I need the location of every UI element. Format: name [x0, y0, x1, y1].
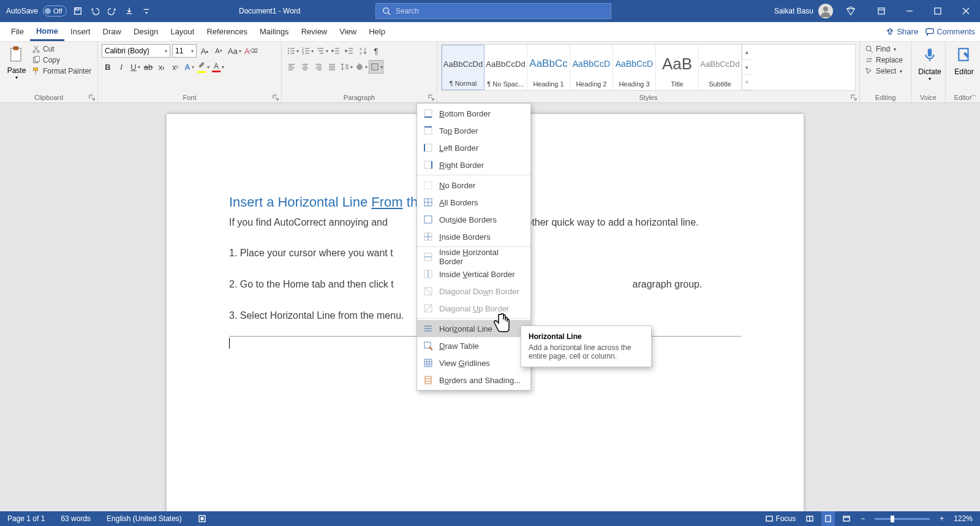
- shading-icon[interactable]: ▾: [354, 60, 368, 74]
- clear-formatting-icon[interactable]: A⌫: [243, 44, 259, 58]
- find-button[interactable]: Find▾: [864, 44, 907, 54]
- text-effects-icon[interactable]: A▾: [183, 60, 195, 74]
- autosave-toggle[interactable]: Off: [43, 6, 66, 17]
- menu-no-border[interactable]: No Border: [417, 177, 530, 194]
- close-icon[interactable]: [952, 0, 980, 22]
- styles-scroll-up-icon[interactable]: ▴: [742, 45, 752, 60]
- focus-mode-button[interactable]: Focus: [763, 511, 799, 526]
- premium-diamond-icon[interactable]: [845, 6, 856, 17]
- replace-button[interactable]: Replace: [864, 55, 907, 65]
- menu-inside-h-border[interactable]: Inside Horizontal Border: [417, 248, 530, 265]
- ribbon-display-icon[interactable]: [867, 0, 895, 22]
- touch-mode-icon[interactable]: [123, 5, 135, 17]
- zoom-in-icon[interactable]: +: [937, 511, 946, 526]
- comments-button[interactable]: Comments: [925, 27, 975, 36]
- decrease-font-icon[interactable]: A▾: [213, 44, 225, 58]
- menu-outside-borders[interactable]: Outside Borders: [417, 211, 530, 228]
- font-name-combo[interactable]: Calibri (Body)▾: [102, 44, 170, 58]
- subscript-icon[interactable]: x: [156, 60, 168, 74]
- bullets-icon[interactable]: ▾: [285, 44, 299, 58]
- menu-draw-table[interactable]: Draw Table: [417, 337, 530, 354]
- menu-horizontal-line[interactable]: Horizontal Line: [417, 320, 530, 337]
- superscript-icon[interactable]: x: [169, 60, 181, 74]
- copy-button[interactable]: Copy: [31, 55, 92, 65]
- style-heading3[interactable]: AaBbCcDHeading 3: [613, 45, 656, 90]
- paste-button[interactable]: Paste▾: [4, 44, 29, 91]
- tab-layout[interactable]: Layout: [164, 22, 200, 41]
- status-words[interactable]: 63 words: [58, 511, 93, 526]
- undo-icon[interactable]: [89, 5, 101, 17]
- collapse-ribbon-icon[interactable]: ︿: [970, 90, 978, 100]
- paragraph-launcher-icon[interactable]: [428, 94, 435, 101]
- font-color-icon[interactable]: A▾: [211, 60, 224, 74]
- styles-more-icon[interactable]: ▿: [742, 75, 752, 90]
- highlight-icon[interactable]: ▾: [196, 60, 209, 74]
- styles-scroll-down-icon[interactable]: ▾: [742, 60, 752, 75]
- align-center-icon[interactable]: [299, 60, 311, 74]
- read-mode-icon[interactable]: [803, 511, 816, 526]
- italic-icon[interactable]: I: [115, 60, 127, 74]
- cut-button[interactable]: Cut: [31, 44, 92, 54]
- search-input[interactable]: Search: [375, 3, 611, 19]
- style-title[interactable]: AaBTitle: [656, 45, 699, 90]
- format-painter-button[interactable]: Format Painter: [31, 66, 92, 76]
- tab-insert[interactable]: Insert: [64, 22, 97, 41]
- tab-help[interactable]: Help: [363, 22, 391, 41]
- menu-top-border[interactable]: Top Border: [417, 122, 530, 139]
- qat-customize-icon[interactable]: [140, 5, 153, 17]
- menu-right-border[interactable]: Right Border: [417, 156, 530, 173]
- font-size-combo[interactable]: 11▾: [172, 44, 197, 58]
- menu-inside-borders[interactable]: Inside Borders: [417, 228, 530, 245]
- tab-view[interactable]: View: [333, 22, 363, 41]
- menu-inside-v-border[interactable]: Inside Vertical Border: [417, 265, 530, 283]
- menu-view-gridlines[interactable]: View Gridlines: [417, 354, 530, 372]
- numbering-icon[interactable]: 123▾: [300, 44, 314, 58]
- status-macro-icon[interactable]: [195, 511, 209, 526]
- change-case-icon[interactable]: Aa▾: [227, 44, 241, 58]
- decrease-indent-icon[interactable]: [330, 44, 342, 58]
- menu-bottom-border[interactable]: Bottom Border: [417, 105, 530, 122]
- status-page[interactable]: Page 1 of 1: [5, 511, 47, 526]
- save-icon[interactable]: [72, 5, 84, 17]
- share-button[interactable]: Share: [886, 27, 918, 36]
- multilevel-list-icon[interactable]: ▾: [315, 44, 328, 58]
- style-subtitle[interactable]: AaBbCcDdSubtitle: [699, 45, 742, 90]
- redo-icon[interactable]: [106, 5, 118, 17]
- bold-icon[interactable]: B: [102, 60, 114, 74]
- tab-home[interactable]: Home: [30, 22, 64, 41]
- select-button[interactable]: Select▾: [864, 66, 907, 76]
- tab-mailings[interactable]: Mailings: [254, 22, 295, 41]
- justify-icon[interactable]: [326, 60, 338, 74]
- line-spacing-icon[interactable]: ▾: [339, 60, 353, 74]
- style-heading1[interactable]: AaBbCcHeading 1: [527, 45, 570, 90]
- underline-icon[interactable]: U▾: [129, 60, 141, 74]
- tab-design[interactable]: Design: [127, 22, 164, 41]
- tab-references[interactable]: References: [200, 22, 253, 41]
- tab-review[interactable]: Review: [295, 22, 334, 41]
- styles-gallery[interactable]: AaBbCcDd¶ Normal AaBbCcDd¶ No Spac... Aa…: [441, 44, 856, 91]
- style-no-spacing[interactable]: AaBbCcDd¶ No Spac...: [484, 45, 527, 90]
- increase-font-icon[interactable]: A▴: [198, 44, 211, 58]
- sort-icon[interactable]: AZ: [356, 44, 369, 58]
- tab-file[interactable]: File: [0, 22, 30, 41]
- zoom-out-icon[interactable]: −: [858, 511, 867, 526]
- show-marks-icon[interactable]: ¶: [370, 44, 382, 58]
- maximize-icon[interactable]: [924, 0, 952, 22]
- tab-draw[interactable]: Draw: [97, 22, 127, 41]
- menu-left-border[interactable]: Left Border: [417, 139, 530, 156]
- avatar[interactable]: [818, 4, 833, 18]
- zoom-slider[interactable]: [875, 518, 930, 520]
- style-normal[interactable]: AaBbCcDd¶ Normal: [442, 45, 484, 90]
- web-layout-icon[interactable]: [840, 511, 853, 526]
- styles-launcher-icon[interactable]: [850, 94, 858, 101]
- strikethrough-icon[interactable]: ab: [142, 60, 154, 74]
- style-heading2[interactable]: AaBbCcDHeading 2: [570, 45, 613, 90]
- increase-indent-icon[interactable]: [343, 44, 355, 58]
- status-language[interactable]: English (United States): [104, 511, 184, 526]
- align-left-icon[interactable]: [285, 60, 298, 74]
- menu-borders-shading[interactable]: Borders and Shading...: [417, 372, 530, 389]
- menu-all-borders[interactable]: All Borders: [417, 194, 530, 211]
- clipboard-launcher-icon[interactable]: [88, 94, 96, 101]
- font-launcher-icon[interactable]: [272, 94, 279, 101]
- align-right-icon[interactable]: [312, 60, 325, 74]
